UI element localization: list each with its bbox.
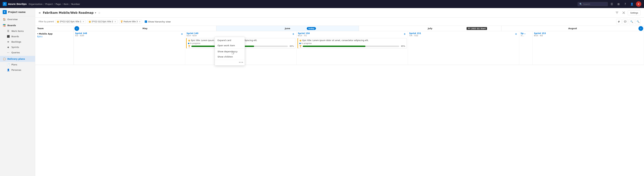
sprint-add-148[interactable]: + [180,32,184,36]
work-card-2-progress-bar [303,46,399,47]
fy-start-marker: FY 2023 Q1 Start [466,27,487,30]
filter-tag-epic2-close[interactable]: ✕ [114,20,116,23]
sidebar-label-backlogs: Backlogs [12,40,21,43]
backlogs-icon: ≡ [7,40,10,43]
expand-icon[interactable] [621,10,626,16]
filter-tag-epic2[interactable]: 👑 [FY22 Q1] Epic title 2 ✕ [87,20,118,24]
prev-month-arrow[interactable]: ‹ [74,26,79,31]
timeline-area[interactable]: Team ‹ May June today July [35,26,644,176]
sidebar-item-boards-heading[interactable]: Boards [0,22,35,28]
message-icon[interactable] [622,19,628,24]
sprint-name-152[interactable]: Sp... [520,32,526,34]
breadcrumb-org[interactable]: Organization [29,3,42,5]
user-icon[interactable]: 👤 [629,1,634,7]
search-input[interactable] [583,3,603,5]
filter-icon[interactable] [614,10,620,16]
sprint-header-149: Sprint 149 5/23 - 6/10 + [185,31,296,38]
team-col-header: Team [35,26,74,31]
context-menu-more-btn[interactable]: ••• [215,60,245,65]
work-card-1-trophy-icon: 🏆 [188,45,190,47]
context-menu-show-children[interactable]: Show children [215,54,245,59]
sprint-col-148: Sprint 148 5/2 - 5/20 + [74,31,185,65]
zoom-out-icon[interactable]: 🔍 [629,19,634,24]
dropdown-arrow-icon[interactable]: ▾ [95,12,96,14]
filter-tag-feature3-close[interactable]: ✕ [139,20,140,23]
sprint-name-153[interactable]: Sprint 153 [534,32,546,34]
hierarchy-toggle[interactable]: ✓ Show hierarchy view [145,20,171,23]
sidebar-item-sprints[interactable]: ◈ Sprints [0,44,35,50]
next-month-arrow[interactable]: › [638,26,643,31]
grid-view-icon[interactable]: ⊞ [616,1,621,7]
breadcrumb-number[interactable]: Number [71,3,80,5]
team-expand-arrow[interactable]: ▾ [37,33,38,35]
top-nav: Azure DevOps Organization / Project / Pa… [0,0,644,8]
favorite-star-icon[interactable]: ☆ [98,11,100,14]
personas-icon: 👤 [7,68,10,72]
overview-icon: 🏠 [3,18,6,21]
sprint-add-151[interactable]: + [514,32,518,36]
breadcrumb-page[interactable]: Page [56,3,61,5]
filter-label: Filter by parent [38,20,54,23]
plans-icon: 📄 [7,63,10,66]
breadcrumb-project[interactable]: Project [45,3,53,5]
help-icon[interactable]: ? [622,1,628,7]
boards-sub-icon: ⬛ [7,35,10,38]
filter-tag-epic1[interactable]: 👑 [FY22 Q1] Epic title 1 ✕ [55,20,86,24]
context-menu-open-work-item[interactable]: Open work item [215,43,245,48]
context-menu-expand-card[interactable]: Expand card [215,38,245,43]
work-card-2-progress-row: 🏆 65% [299,45,405,47]
sidebar: C Project name 🏠 Overview Boards ☰ Work … [0,8,35,176]
sprint-columns: Sprint 148 5/2 - 5/20 + Sprint 149 [74,31,644,65]
work-card-2-status: In progress [301,42,312,44]
work-card-2[interactable]: 👑 Epic title: Lorem ipsum dolor sit amet… [298,38,407,48]
timeline-header-row: Team ‹ May June today July [35,26,644,31]
page-header-actions: Settings [614,10,641,16]
work-card-2-title-text: Epic title: Lorem ipsum dolor sit amet, … [302,39,368,42]
sidebar-label-queries: Queries [12,51,20,54]
svg-rect-2 [3,24,4,25]
link-icon[interactable] [616,19,622,24]
filter-tag-epic1-text: [FY22 Q1] Epic title 1 [60,20,81,23]
hierarchy-checkbox[interactable]: ✓ [145,20,147,23]
sidebar-item-backlogs[interactable]: ≡ Backlogs [0,39,35,44]
list-view-icon[interactable]: ☰ [609,1,614,7]
filter-tag-feature3[interactable]: 🏆 Feature title 3 ✕ [119,20,142,24]
team-sub-label[interactable]: Epics [37,35,72,38]
sprint-name-149[interactable]: Sprint 149 [186,32,198,34]
work-card-2-progress-pct: 65% [400,45,405,47]
sprint-add-149[interactable]: + [292,32,295,36]
filter-tag-epic1-close[interactable]: ✕ [83,20,84,23]
sprint-header-153: Sprint 153 8/15 - 9/2 [533,31,644,38]
sidebar-item-personas[interactable]: 👤 Personas [0,67,35,72]
filter-tag-feature3-text: Feature title 3 [124,20,138,23]
breadcrumb-item[interactable]: Item [64,3,68,5]
sidebar-item-plans[interactable]: 📄 Plans [0,62,35,67]
sprint-add-150[interactable]: + [403,32,406,36]
work-card-2-status-dot [299,43,301,44]
sidebar-label-delivery-plans: Delivery plans [8,58,25,60]
work-card-2-status-row: In progress [299,42,405,44]
sidebar-item-boards[interactable]: ⬛ Boards [0,34,35,39]
azure-logo-icon [3,2,7,6]
sidebar-label-overview: Overview [8,18,18,20]
team-name-text: Mobile App [39,32,53,35]
app-logo[interactable]: Azure DevOps [3,2,27,6]
sidebar-item-work-items[interactable]: ☰ Work items [0,28,35,34]
sidebar-item-delivery-plans[interactable]: 📋 Delivery plans [0,56,35,62]
sidebar-item-queries[interactable]: ⋯ Queries [0,50,35,55]
more-dots-icon: ••• [239,61,243,64]
settings-button[interactable]: Settings [628,10,641,15]
sprint-dates-151: 7/4 - 7/22 [409,34,421,37]
search-box[interactable]: 🔍 [578,2,608,6]
svg-rect-5 [4,26,5,26]
breadcrumb-sep4: / [70,3,70,5]
zoom-in-icon[interactable]: 🔍 [635,19,641,24]
sprint-name-151[interactable]: Sprint 151 [409,32,421,34]
context-menu-show-dependency[interactable]: Show dependency [215,49,245,54]
page-header: ≡ Fabrikam Mobile/Web Roadmap ▾ ☆ Settin… [35,8,644,18]
sprint-name-148[interactable]: Sprint 148 [75,32,87,34]
avatar[interactable]: C [636,1,641,7]
breadcrumb: Organization / Project / Page / Item / N… [29,3,576,5]
sidebar-item-overview[interactable]: 🏠 Overview [0,16,35,22]
sprint-name-150[interactable]: Sprint 150 [298,32,310,34]
